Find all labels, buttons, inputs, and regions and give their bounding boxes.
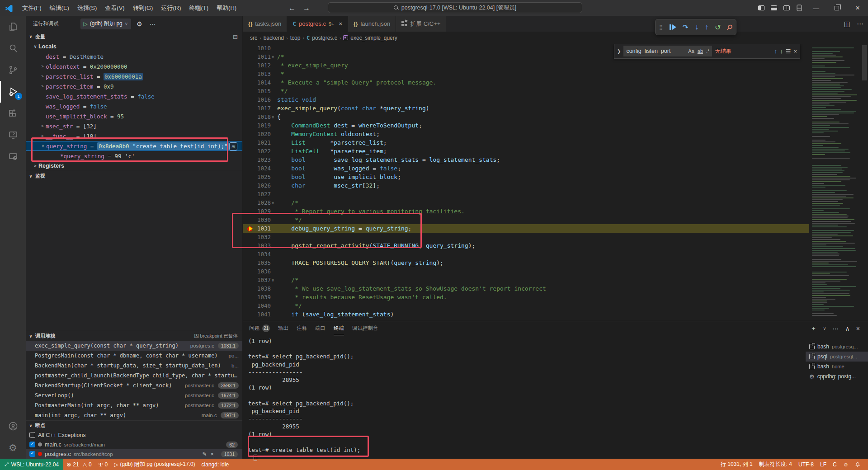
code-line[interactable]: 1038 * We use save_log_statement_stats s… xyxy=(243,284,809,293)
breakpoints-section-header[interactable]: ∨断点 xyxy=(26,420,242,430)
terminal-list-item[interactable]: bashhome xyxy=(806,362,868,371)
nav-back-icon[interactable]: ← xyxy=(288,4,296,12)
code-line[interactable]: 1021 List *parsetree_list; xyxy=(243,138,809,147)
code-line[interactable]: 1013 * xyxy=(243,70,809,78)
stack-frame[interactable]: postmaster_child_launch(BackendType chil… xyxy=(26,371,242,381)
explorer-icon[interactable] xyxy=(0,16,26,38)
callstack-section-header[interactable]: ∨调用堆栈 因 breakpoint 已暂停 xyxy=(26,331,242,341)
code-line[interactable]: 1026 char msec_str[32]; xyxy=(243,181,809,190)
code-line[interactable]: 1025 bool use_implicit_block; xyxy=(243,173,809,181)
fold-chevron-icon[interactable]: ∨ xyxy=(272,201,277,205)
code-line[interactable]: 1035 TRACE_POSTGRESQL_QUERY_START(query_… xyxy=(243,258,809,267)
language-mode[interactable]: C xyxy=(830,459,840,470)
stack-frame[interactable]: BackendStartup(ClientSocket * client_soc… xyxy=(26,381,242,390)
breakpoint-paused-icon[interactable] xyxy=(247,226,252,231)
code-line[interactable]: 1024 bool was_logged = false; xyxy=(243,164,809,173)
breadcrumb[interactable]: src›backend›tcop›Cpostgres.c›exec_simple… xyxy=(243,32,868,44)
panel-tab[interactable]: 注释 xyxy=(297,321,307,335)
problems-status[interactable]: ⊗21 △0 xyxy=(63,459,94,470)
panel-tab[interactable]: 终端 xyxy=(334,321,344,335)
close-find-icon[interactable]: × xyxy=(793,48,797,55)
extensions-icon[interactable] xyxy=(0,103,26,124)
breakpoint-checkbox[interactable] xyxy=(29,432,35,438)
stack-frame[interactable]: PostgresMain(const char * dbname, const … xyxy=(26,351,242,361)
editor-tab[interactable]: {}launch.json xyxy=(348,16,396,32)
panel-tab[interactable]: 调试控制台 xyxy=(352,321,378,335)
menu-item[interactable]: 查看(V) xyxy=(101,2,128,14)
code-editor[interactable]: ❯ config_listen_port Aa ab .* 无结果 ↑ ↓ ☰ … xyxy=(243,44,868,321)
breadcrumb-item[interactable]: backend xyxy=(264,35,284,41)
source-control-icon[interactable] xyxy=(0,59,26,81)
variable-row[interactable]: >__func__ = [18] xyxy=(26,131,242,141)
find-prev-icon[interactable]: ↑ xyxy=(774,48,778,55)
notifications-bell-icon[interactable] xyxy=(852,459,863,470)
find-expand-icon[interactable]: ❯ xyxy=(617,49,621,54)
breakpoint-row[interactable]: main.csrc/backend/main62 xyxy=(26,440,242,449)
variable-row[interactable]: >parsetree_list = 0x60000001a xyxy=(26,71,242,81)
scope-row[interactable]: ∨Locals xyxy=(26,42,242,52)
breakpoint-row[interactable]: All C++ Exceptions xyxy=(26,430,242,440)
settings-gear-icon[interactable]: ⚙ xyxy=(0,437,26,459)
fold-chevron-icon[interactable]: ∨ xyxy=(272,115,277,119)
menu-item[interactable]: 转到(G) xyxy=(129,2,157,14)
code-line[interactable]: 1014 * Execute a "simple Query" protocol… xyxy=(243,78,809,87)
variable-row[interactable]: >msec_str = [32] xyxy=(26,121,242,131)
code-line[interactable]: 1029 * Report query to various monitorin… xyxy=(243,207,809,216)
variable-row[interactable]: was_logged = false xyxy=(26,101,242,111)
stack-frame[interactable]: PostmasterMain(int argc, char ** argv)po… xyxy=(26,400,242,410)
menu-item[interactable]: 文件(F) xyxy=(18,2,46,14)
terminal-output[interactable]: (1 row) test=# select pg_backend_pid(); … xyxy=(243,335,806,459)
editor-tab[interactable]: Cpostgres.c9+× xyxy=(287,16,348,32)
start-debug-icon[interactable]: ▷ xyxy=(84,21,88,27)
minimap[interactable] xyxy=(809,44,861,321)
eol-status[interactable]: LF xyxy=(817,459,830,470)
live-preview-icon[interactable] xyxy=(0,146,26,168)
stack-frame[interactable]: BackendMain(char * startup_data, size_t … xyxy=(26,361,242,371)
customize-layout-icon[interactable] xyxy=(793,0,806,16)
code-line[interactable]: 1019 CommandDest dest = whereToSendOutpu… xyxy=(243,121,809,130)
breakpoint-checkbox[interactable] xyxy=(29,442,35,447)
menu-item[interactable]: 选择(S) xyxy=(73,2,101,14)
stack-frame[interactable]: ServerLoop()postmaster.c1674:1 xyxy=(26,390,242,400)
ports-status[interactable]: 0 xyxy=(95,459,111,470)
command-center-search[interactable]: postgresql-17.0 [WSL: Ubuntu-22.04] [管理员… xyxy=(328,2,582,13)
code-line[interactable]: 1033 pgstat_report_activity(STATE_RUNNIN… xyxy=(243,241,809,250)
disconnect-icon[interactable]: ⚲ xyxy=(725,22,735,32)
variable-row[interactable]: ∨query_string = 0x8dea8b0 "create table … xyxy=(26,141,242,151)
more-actions-icon[interactable]: ⋯ xyxy=(148,19,158,28)
code-line[interactable]: 1041 if (save_log_statement_stats) xyxy=(243,310,809,319)
collapse-all-icon[interactable]: ⊟ xyxy=(233,33,238,40)
breadcrumb-item[interactable]: exec_simple_query xyxy=(350,35,397,41)
restart-icon[interactable]: ↺ xyxy=(715,23,721,32)
code-line[interactable]: 1034 xyxy=(243,250,809,258)
code-line[interactable]: 1023 bool save_log_statement_stats = log… xyxy=(243,155,809,164)
close-tab-icon[interactable]: × xyxy=(339,20,343,27)
breadcrumb-item[interactable]: src xyxy=(250,35,257,41)
find-in-selection-icon[interactable]: ☰ xyxy=(786,48,791,55)
clangd-status[interactable]: clangd: idle xyxy=(198,459,232,470)
variable-row[interactable]: save_log_statement_stats = false xyxy=(26,91,242,101)
editor-tab[interactable]: {}tasks.json xyxy=(243,16,287,32)
code-line[interactable]: 1030 */ xyxy=(243,216,809,224)
code-line[interactable]: 1015 */ xyxy=(243,87,809,95)
code-line[interactable]: 1027 xyxy=(243,190,809,198)
search-view-icon[interactable] xyxy=(0,38,26,59)
fold-chevron-icon[interactable]: ∨ xyxy=(272,55,277,59)
panel-close-icon[interactable]: × xyxy=(856,325,860,332)
stack-frame[interactable]: exec_simple_query(const char * query_str… xyxy=(26,341,242,351)
regex-icon[interactable]: .* xyxy=(706,48,709,54)
breadcrumb-item[interactable]: postgres.c xyxy=(312,35,337,41)
debug-config-picker[interactable]: ▷ (gdb) 附加 pg ∨ xyxy=(80,19,132,29)
close-button[interactable]: × xyxy=(847,0,868,16)
editor-scrollbar[interactable] xyxy=(861,44,868,321)
code-line[interactable]: 1039 * results because ResetUsage wasn't… xyxy=(243,293,809,301)
nav-forward-icon[interactable]: → xyxy=(303,4,310,12)
menu-item[interactable]: 帮助(H) xyxy=(212,2,241,14)
code-line[interactable]: 1016static void xyxy=(243,95,809,104)
code-line[interactable]: 1020 MemoryContext oldcontext; xyxy=(243,130,809,138)
debug-settings-gear-icon[interactable]: ⚙ xyxy=(135,19,144,28)
watch-section-header[interactable]: ∨监视 xyxy=(26,171,242,181)
panel-tab[interactable]: 端口 xyxy=(315,321,326,335)
match-case-icon[interactable]: Aa xyxy=(688,48,694,54)
whole-word-icon[interactable]: ab xyxy=(698,48,703,54)
